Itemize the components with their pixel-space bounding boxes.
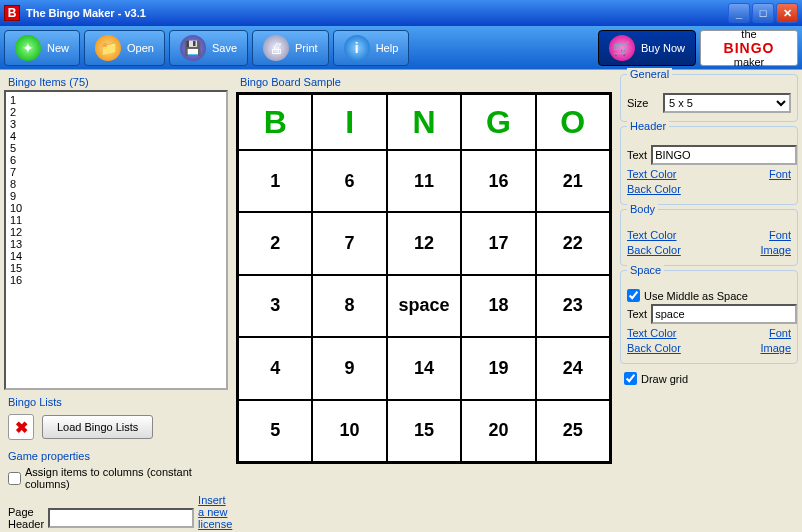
assign-columns-label: Assign items to columns (constant column… bbox=[25, 466, 224, 490]
board-cell: 11 bbox=[387, 150, 461, 212]
list-item[interactable]: 12 bbox=[8, 226, 224, 238]
board-cell: 22 bbox=[536, 212, 610, 274]
bingo-items-label: Bingo Items (75) bbox=[4, 74, 228, 90]
body-back-color-link[interactable]: Back Color bbox=[627, 244, 681, 256]
page-header-label: Page Header bbox=[8, 506, 44, 530]
board-cell: 15 bbox=[387, 400, 461, 462]
board-cell: 16 bbox=[461, 150, 535, 212]
close-button[interactable]: ✕ bbox=[776, 3, 798, 23]
body-text-color-link[interactable]: Text Color bbox=[627, 229, 677, 241]
maximize-button[interactable]: □ bbox=[752, 3, 774, 23]
list-item[interactable]: 13 bbox=[8, 238, 224, 250]
space-image-link[interactable]: Image bbox=[760, 342, 791, 354]
header-back-color-link[interactable]: Back Color bbox=[627, 183, 681, 195]
print-button[interactable]: 🖨Print bbox=[252, 30, 329, 66]
header-font-link[interactable]: Font bbox=[769, 168, 791, 180]
body-font-link[interactable]: Font bbox=[769, 229, 791, 241]
header-text-color-link[interactable]: Text Color bbox=[627, 168, 677, 180]
board-cell: 21 bbox=[536, 150, 610, 212]
bingo-items-list[interactable]: 12345678910111213141516 bbox=[4, 90, 228, 390]
general-group: General Size 5 x 5 bbox=[620, 74, 798, 122]
list-item[interactable]: 1 bbox=[8, 94, 224, 106]
assign-columns-checkbox[interactable] bbox=[8, 472, 21, 485]
space-back-color-link[interactable]: Back Color bbox=[627, 342, 681, 354]
help-icon: i bbox=[344, 35, 370, 61]
load-bingo-lists-button[interactable]: Load Bingo Lists bbox=[42, 415, 153, 439]
insert-license-link[interactable]: Insert a new license key bbox=[198, 494, 232, 532]
page-header-input[interactable] bbox=[48, 508, 194, 528]
bingo-lists-label: Bingo Lists bbox=[4, 394, 228, 410]
space-text-label: Text bbox=[627, 308, 647, 320]
print-icon: 🖨 bbox=[263, 35, 289, 61]
list-item[interactable]: 15 bbox=[8, 262, 224, 274]
board-cell: 23 bbox=[536, 275, 610, 337]
list-item[interactable]: 11 bbox=[8, 214, 224, 226]
board-cell: 3 bbox=[238, 275, 312, 337]
list-item[interactable]: 9 bbox=[8, 190, 224, 202]
board-cell: 9 bbox=[312, 337, 386, 399]
open-button[interactable]: 📁Open bbox=[84, 30, 165, 66]
list-item[interactable]: 14 bbox=[8, 250, 224, 262]
board-sample-label: Bingo Board Sample bbox=[236, 74, 612, 90]
list-item[interactable]: 3 bbox=[8, 118, 224, 130]
board-cell: 6 bbox=[312, 150, 386, 212]
new-button[interactable]: ✦New bbox=[4, 30, 80, 66]
body-image-link[interactable]: Image bbox=[760, 244, 791, 256]
board-cell: 19 bbox=[461, 337, 535, 399]
list-item[interactable]: 8 bbox=[8, 178, 224, 190]
list-item[interactable]: 4 bbox=[8, 130, 224, 142]
cart-icon: 🛒 bbox=[609, 35, 635, 61]
board-header: N bbox=[387, 94, 461, 150]
save-button[interactable]: 💾Save bbox=[169, 30, 248, 66]
board-header: B bbox=[238, 94, 312, 150]
board-cell: 12 bbox=[387, 212, 461, 274]
list-item[interactable]: 5 bbox=[8, 142, 224, 154]
header-text-label: Text bbox=[627, 149, 647, 161]
board-header: I bbox=[312, 94, 386, 150]
space-text-color-link[interactable]: Text Color bbox=[627, 327, 677, 339]
board-cell: 2 bbox=[238, 212, 312, 274]
board-cell: 24 bbox=[536, 337, 610, 399]
board-header: G bbox=[461, 94, 535, 150]
board-header: O bbox=[536, 94, 610, 150]
buy-now-button[interactable]: 🛒Buy Now bbox=[598, 30, 696, 66]
board-cell: 1 bbox=[238, 150, 312, 212]
draw-grid-label: Draw grid bbox=[641, 373, 688, 385]
new-icon: ✦ bbox=[15, 35, 41, 61]
list-item[interactable]: 16 bbox=[8, 274, 224, 286]
list-item[interactable]: 6 bbox=[8, 154, 224, 166]
help-button[interactable]: iHelp bbox=[333, 30, 410, 66]
board-cell: 20 bbox=[461, 400, 535, 462]
toolbar: ✦New 📁Open 💾Save 🖨Print iHelp 🛒Buy Now t… bbox=[0, 26, 802, 70]
use-middle-label: Use Middle as Space bbox=[644, 290, 748, 302]
header-text-input[interactable] bbox=[651, 145, 797, 165]
draw-grid-checkbox[interactable] bbox=[624, 372, 637, 385]
body-group: Body Text ColorFont Back ColorImage bbox=[620, 209, 798, 266]
size-label: Size bbox=[627, 97, 659, 109]
space-group: Space Use Middle as Space Text Text Colo… bbox=[620, 270, 798, 364]
use-middle-checkbox[interactable] bbox=[627, 289, 640, 302]
minimize-button[interactable]: _ bbox=[728, 3, 750, 23]
board-cell: 14 bbox=[387, 337, 461, 399]
delete-list-button[interactable]: ✖ bbox=[8, 414, 34, 440]
size-select[interactable]: 5 x 5 bbox=[663, 93, 791, 113]
save-icon: 💾 bbox=[180, 35, 206, 61]
game-properties-label: Game properties bbox=[4, 448, 228, 464]
board-cell: 8 bbox=[312, 275, 386, 337]
board-cell: 5 bbox=[238, 400, 312, 462]
bingo-logo: theBINGOmaker bbox=[700, 30, 798, 66]
app-icon: B bbox=[4, 5, 20, 21]
board-cell: 25 bbox=[536, 400, 610, 462]
space-text-input[interactable] bbox=[651, 304, 797, 324]
header-group: Header Text Text ColorFont Back Color bbox=[620, 126, 798, 205]
board-cell: 18 bbox=[461, 275, 535, 337]
list-item[interactable]: 2 bbox=[8, 106, 224, 118]
list-item[interactable]: 7 bbox=[8, 166, 224, 178]
board-cell: 17 bbox=[461, 212, 535, 274]
board-cell: 4 bbox=[238, 337, 312, 399]
window-title: The Bingo Maker - v3.1 bbox=[26, 7, 728, 19]
board-cell: 7 bbox=[312, 212, 386, 274]
space-font-link[interactable]: Font bbox=[769, 327, 791, 339]
folder-icon: 📁 bbox=[95, 35, 121, 61]
list-item[interactable]: 10 bbox=[8, 202, 224, 214]
